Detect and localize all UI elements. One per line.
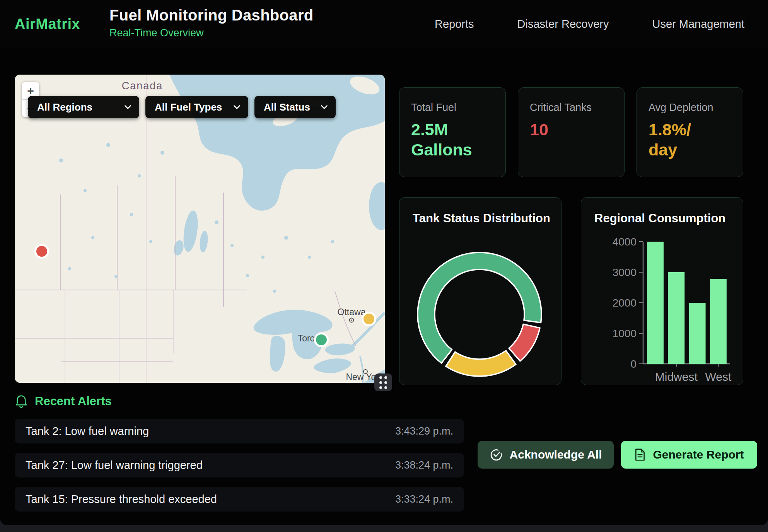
bar-1 [668,272,684,364]
status-filter-value: All Status [264,101,310,113]
check-circle-icon [490,448,503,461]
brand-logo: AirMatrix [15,0,80,48]
nav-item-disaster-recovery[interactable]: Disaster Recovery [517,18,609,31]
y-tick-label: 3000 [613,266,637,278]
tank-map[interactable]: Canada Ottawa Toronto New York + − All R… [15,75,385,383]
tank-status-chart-card: Tank Status Distribution [399,197,561,385]
donut-slice-critical [509,324,540,361]
acknowledge-all-label: Acknowledge All [510,448,602,461]
y-tick-label: 0 [630,358,637,370]
alert-row[interactable]: Tank 2: Low fuel warning 3:43:29 p.m. [15,419,464,443]
map-filters: All Regions All Fuel Types All Status [28,96,336,118]
acknowledge-all-button[interactable]: Acknowledge All [478,441,614,469]
page-title: Fuel Monitoring Dashboard [109,7,313,24]
document-icon [634,448,646,461]
fuel-type-filter-dropdown[interactable]: All Fuel Types [145,96,248,118]
map-marker-critical[interactable] [36,245,48,258]
bar-chart-title: Regional Consumption [594,211,725,225]
bar-3 [710,279,727,364]
map-marker-normal[interactable] [315,334,328,346]
alert-row[interactable]: Tank 27: Low fuel warning triggered 3:38… [15,453,464,477]
alert-timestamp: 3:43:29 p.m. [395,425,453,437]
region-filter-value: All Regions [37,101,92,113]
stat-card-avg-depletion: Avg Depletion 1.8%/ day [637,87,743,177]
alert-message: Tank 15: Pressure threshold exceeded [26,493,217,506]
stat-value-line2: Gallons [411,140,494,160]
stat-card-critical-tanks: Critical Tanks 10 [518,87,625,177]
regional-consumption-chart-card: Regional Consumption 01000200030004000Mi… [581,197,743,385]
recent-alerts-header: Recent Alerts [15,394,112,408]
stat-label: Critical Tanks [530,102,613,114]
main-nav: Reports Disaster Recovery User Managemen… [435,0,744,48]
stat-value-line1: 1.8%/ [649,120,731,140]
fuel-type-filter-value: All Fuel Types [155,101,222,113]
handle-dot [384,376,387,379]
alert-message: Tank 2: Low fuel warning [26,425,149,438]
page-subtitle: Real-Time Overview [109,27,313,39]
y-tick-label: 4000 [613,236,637,248]
handle-dot [384,386,387,389]
stat-value-line1: 2.5M [411,120,494,140]
chevron-down-icon [233,105,241,109]
stat-value-line1: 10 [530,120,613,140]
x-tick-label: Midwest [655,370,698,383]
y-tick-label: 1000 [613,327,637,339]
donut-slice-warning [446,351,516,376]
tank-status-donut-chart [399,198,561,384]
stat-label: Avg Depletion [649,102,731,114]
alert-timestamp: 3:33:24 p.m. [395,493,453,505]
nav-item-user-management[interactable]: User Management [652,18,744,31]
generate-report-label: Generate Report [653,448,744,461]
header: AirMatrix Fuel Monitoring Dashboard Real… [0,0,768,48]
map-canvas: Canada Ottawa Toronto New York [15,75,385,383]
regional-consumption-bar-chart: 01000200030004000MidwestWest [581,198,742,384]
donut-chart-title: Tank Status Distribution [413,211,550,225]
nav-item-reports[interactable]: Reports [435,18,474,31]
map-label-country: Canada [122,80,163,92]
y-tick-label: 2000 [613,297,637,309]
bar-2 [689,303,706,364]
bar-0 [647,242,664,364]
handle-dot [379,376,382,379]
x-tick-label: West [705,370,732,383]
alert-message: Tank 27: Low fuel warning triggered [26,459,203,472]
bell-icon [15,394,28,408]
handle-dot [379,381,382,384]
map-marker-warning[interactable] [363,313,375,326]
region-filter-dropdown[interactable]: All Regions [28,96,139,118]
stat-value-line2: day [649,140,731,160]
title-block: Fuel Monitoring Dashboard Real-Time Over… [109,7,313,39]
chevron-down-icon [321,105,328,109]
chevron-down-icon [124,105,131,109]
fuel-monitoring-dashboard: AirMatrix Fuel Monitoring Dashboard Real… [0,0,768,532]
status-filter-dropdown[interactable]: All Status [254,96,336,118]
stat-value: 10 [530,120,613,140]
map-label-ottawa: Ottawa [338,307,366,317]
generate-report-button[interactable]: Generate Report [621,441,757,469]
recent-alerts-title: Recent Alerts [35,394,112,408]
handle-dot [384,381,387,384]
alert-timestamp: 3:38:24 p.m. [395,459,453,471]
stat-card-total-fuel: Total Fuel 2.5M Gallons [399,87,506,177]
ottawa-town-dot-center [351,319,352,321]
stat-cards: Total Fuel 2.5M Gallons Critical Tanks 1… [399,87,743,177]
handle-dot [379,386,382,389]
main-panel: AirMatrix Fuel Monitoring Dashboard Real… [0,0,768,525]
stat-label: Total Fuel [411,102,494,114]
map-resize-handle[interactable] [374,373,392,391]
stat-value: 2.5M Gallons [411,120,494,160]
alert-row[interactable]: Tank 15: Pressure threshold exceeded 3:3… [15,487,464,512]
stat-value: 1.8%/ day [649,120,731,160]
